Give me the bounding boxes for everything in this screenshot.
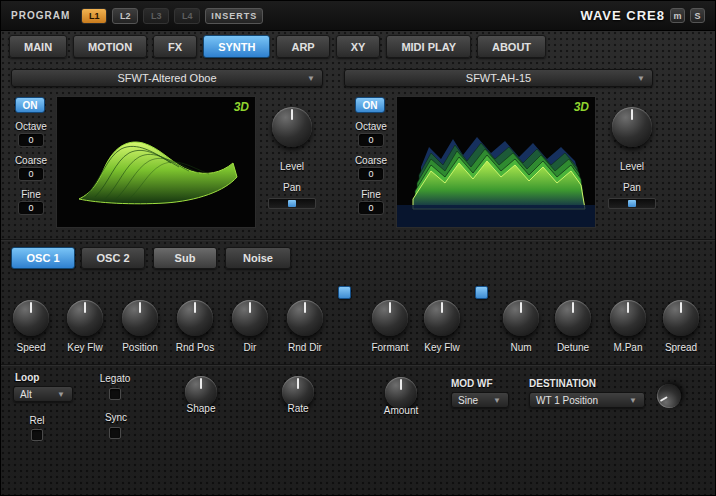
osc1-level-knob[interactable] [272,107,312,147]
mod-wf-select[interactable]: Sine ▼ [451,392,509,408]
osc1-coarse-label: Coarse [5,155,57,166]
inserts-button[interactable]: INSERTS [205,8,263,24]
osc1-pan-label: Pan [267,182,317,193]
tab-about[interactable]: ABOUT [477,35,546,58]
tab-osc-2[interactable]: OSC 2 [81,247,145,269]
osc2-on-button[interactable]: ON [355,97,385,113]
osc1-pan-slider[interactable] [268,198,316,209]
osc2-pan-label: Pan [607,182,657,193]
dir-knob[interactable] [232,300,268,336]
destination-value: WT 1 Position [536,395,598,406]
sync-checkbox[interactable] [109,427,121,439]
rate-knob-label: Rate [273,403,323,414]
osc2-coarse-label: Coarse [345,155,397,166]
osc2-coarse-value[interactable]: 0 [358,167,384,181]
slider-thumb[interactable] [628,200,636,207]
spread-knob[interactable] [663,300,699,336]
knob-pointer [400,379,402,390]
key-flw-knob[interactable] [67,300,103,336]
knob-pointer [139,302,141,313]
osc2-level-label: Level [607,161,657,172]
osc1-wavetable-select[interactable]: SFWT-Altered Oboe ▼ [11,69,323,87]
chevron-down-icon: ▼ [57,390,65,399]
osc1-coarse-value[interactable]: 0 [18,167,44,181]
knob-pointer [194,302,196,313]
tab-synth[interactable]: SYNTH [203,35,270,58]
shape-knob-label: Shape [176,403,226,414]
tab-arp[interactable]: ARP [276,35,329,58]
osc2-octave-value[interactable]: 0 [358,133,384,147]
mute-button[interactable]: m [670,8,685,23]
osc1-level-label: Level [267,161,317,172]
mod-wf-value: Sine [458,395,478,406]
rnd-pos-knob[interactable] [177,300,213,336]
slider-thumb[interactable] [288,200,296,207]
separator [1,239,715,241]
layer-1-button[interactable]: L1 [81,8,107,24]
dir-knob-label: Dir [222,342,278,353]
knob-pointer [304,302,306,313]
detune-knob[interactable] [555,300,591,336]
osc1-octave-label: Octave [5,121,57,132]
tab-fx[interactable]: FX [153,35,197,58]
tab-main[interactable]: MAIN [9,35,67,58]
osc2-wavetable-3d-display[interactable]: 3D [396,96,596,228]
osc2-level-knob[interactable] [612,107,652,147]
speed-knob-label: Speed [3,342,59,353]
layer-3-button[interactable]: L3 [143,8,169,24]
chevron-down-icon: ▼ [307,74,315,83]
knob-pointer [297,378,299,389]
chevron-down-icon: ▼ [637,74,645,83]
osc2-fine-value[interactable]: 0 [358,201,384,215]
knob-pointer [249,302,251,313]
tab-noise[interactable]: Noise [225,247,291,269]
osc1-on-button[interactable]: ON [15,97,45,113]
knob-pointer [572,302,574,313]
unison-toggle[interactable] [475,286,488,299]
num-knob[interactable] [503,300,539,336]
mod-depth-knob[interactable] [653,380,686,413]
destination-select[interactable]: WT 1 Position ▼ [529,392,645,408]
rnd-dir-knob[interactable] [287,300,323,336]
tab-xy[interactable]: XY [336,35,381,58]
osc1-octave-value[interactable]: 0 [18,133,44,147]
tab-midi-play[interactable]: MIDI PLAY [386,35,471,58]
formant-knob[interactable] [372,300,408,336]
osc1-wavetable-name: SFWT-Altered Oboe [117,72,216,84]
osc1-wavetable-3d-display[interactable]: 3D [56,96,256,228]
chevron-down-icon: ▼ [629,396,637,405]
knob-pointer [389,302,391,313]
tab-motion[interactable]: MOTION [73,35,147,58]
nav-tab-row: MAIN MOTION FX SYNTH ARP XY MIDI PLAY AB… [9,35,546,58]
legato-label: Legato [93,373,137,384]
destination-label: DESTINATION [529,378,619,389]
legato-checkbox[interactable] [109,388,121,400]
osc2-pan-slider[interactable] [608,198,656,209]
position-knob[interactable] [122,300,158,336]
sync-label: Sync [97,412,135,423]
formant-key-flw-knob[interactable] [424,300,460,336]
separator [1,364,715,366]
layer-4-button[interactable]: L4 [174,8,200,24]
position-knob-label: Position [112,342,168,353]
tab-sub[interactable]: Sub [153,247,217,269]
solo-button[interactable]: S [690,8,705,23]
loop-mode-value: Alt [20,389,32,400]
layer-2-button[interactable]: L2 [112,8,138,24]
rel-checkbox[interactable] [31,429,43,441]
spread-knob-label: Spread [653,342,709,353]
knob-pointer [291,109,293,120]
knob-pointer [84,302,86,313]
osc2-wavetable-name: SFWT-AH-15 [466,72,531,84]
osc2-octave-label: Octave [345,121,397,132]
knob-pointer [441,302,443,313]
knob-pointer [680,302,682,313]
osc2-wavetable-select[interactable]: SFWT-AH-15 ▼ [344,69,653,87]
m-pan-knob[interactable] [610,300,646,336]
formant-toggle[interactable] [338,286,351,299]
tab-osc-1[interactable]: OSC 1 [11,247,75,269]
mod-wf-label: MOD WF [451,378,511,389]
speed-knob[interactable] [13,300,49,336]
loop-mode-select[interactable]: Alt ▼ [13,386,73,402]
osc1-fine-value[interactable]: 0 [18,201,44,215]
